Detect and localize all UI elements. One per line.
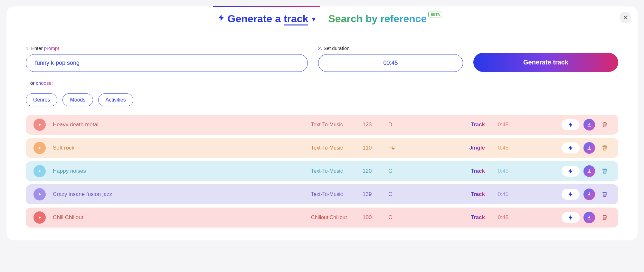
- tab-generate-label: Generate a: [228, 13, 284, 24]
- remix-button[interactable]: [562, 119, 580, 130]
- download-icon: [587, 122, 592, 127]
- track-list: Heavy death metal Text-To-Music 123 D Tr…: [26, 115, 618, 228]
- chip-genres[interactable]: Genres: [26, 93, 57, 106]
- generate-track-button[interactable]: Generate track: [473, 53, 618, 72]
- play-icon: [37, 146, 42, 150]
- delete-button[interactable]: [599, 119, 611, 131]
- track-kind: Track: [414, 214, 498, 221]
- track-title: Chill Chillout: [53, 214, 311, 221]
- track-kind: Track: [414, 168, 498, 174]
- delete-button[interactable]: [599, 212, 611, 223]
- track-duration: 0:45: [498, 145, 536, 151]
- duration-field: 2. Set duration: [318, 45, 463, 72]
- chip-moods[interactable]: Moods: [62, 93, 93, 106]
- trash-icon: [601, 214, 608, 221]
- bolt-icon: [568, 168, 573, 174]
- download-button[interactable]: [583, 142, 595, 154]
- track-key: F#: [388, 145, 414, 151]
- track-duration: 0:45: [498, 168, 536, 174]
- bolt-icon: [217, 13, 225, 25]
- track-row: Crazy insane fusion jazz Text-To-Music 1…: [26, 184, 618, 204]
- track-bpm: 123: [363, 121, 388, 128]
- delete-button[interactable]: [599, 142, 611, 154]
- generate-modal: ✕ Generate a track ▾ Search by reference…: [6, 6, 638, 240]
- track-title: Crazy insane fusion jazz: [53, 191, 311, 198]
- play-icon: [37, 215, 42, 220]
- play-icon: [37, 122, 42, 127]
- play-button[interactable]: [33, 188, 46, 200]
- download-icon: [587, 169, 592, 174]
- track-tags: Text-To-Music: [311, 168, 363, 174]
- track-tags: Text-To-Music: [311, 122, 363, 128]
- duration-input[interactable]: [318, 54, 463, 72]
- bolt-icon: [568, 122, 573, 128]
- duration-label: 2. Set duration: [318, 45, 463, 51]
- track-actions: [536, 119, 611, 131]
- track-row: Soft rock Text-To-Music 110 F# Jingle 0:…: [26, 138, 618, 158]
- track-tags: Text-To-Music: [311, 145, 363, 151]
- bolt-icon: [568, 215, 573, 220]
- track-actions: [536, 212, 611, 223]
- download-icon: [587, 215, 592, 220]
- play-button[interactable]: [33, 119, 46, 131]
- track-row: Happy noises Text-To-Music 120 G Track 0…: [26, 161, 618, 181]
- track-bpm: 120: [363, 168, 388, 174]
- track-key: C: [388, 191, 414, 198]
- track-key: D: [388, 121, 414, 128]
- track-row: Heavy death metal Text-To-Music 123 D Tr…: [26, 115, 618, 135]
- track-kind: Track: [414, 121, 498, 128]
- remix-button[interactable]: [562, 142, 580, 153]
- chip-activities[interactable]: Activities: [98, 93, 133, 106]
- trash-icon: [601, 145, 608, 151]
- track-key: C: [388, 214, 414, 221]
- download-button[interactable]: [583, 165, 595, 177]
- download-button[interactable]: [583, 212, 595, 223]
- tab-search-label: Search by reference: [328, 13, 427, 25]
- chevron-down-icon: ▾: [312, 15, 315, 23]
- download-button[interactable]: [583, 189, 595, 200]
- remix-button[interactable]: [562, 166, 580, 177]
- track-duration: 0:45: [498, 214, 536, 221]
- track-bpm: 139: [363, 191, 388, 198]
- chips: Genres Moods Activities: [26, 93, 618, 106]
- track-tags: Chillout Chillout: [311, 215, 363, 220]
- tab-generate[interactable]: Generate a track ▾: [217, 13, 316, 25]
- trash-icon: [601, 121, 608, 128]
- play-button[interactable]: [33, 165, 46, 177]
- remix-button[interactable]: [562, 189, 580, 200]
- bolt-icon: [568, 191, 573, 197]
- track-tags: Text-To-Music: [311, 191, 363, 197]
- tabs: Generate a track ▾ Search by reference B…: [26, 13, 618, 25]
- close-button[interactable]: ✕: [620, 12, 631, 23]
- track-title: Heavy death metal: [53, 121, 311, 128]
- tab-search[interactable]: Search by reference BETA: [328, 13, 427, 25]
- remix-button[interactable]: [562, 212, 580, 223]
- play-icon: [37, 169, 42, 173]
- track-title: Happy noises: [53, 168, 311, 174]
- beta-badge: BETA: [428, 12, 442, 17]
- track-bpm: 110: [363, 145, 388, 151]
- track-title: Soft rock: [53, 145, 311, 151]
- prompt-field: 1. Enter prompt: [26, 45, 308, 72]
- download-button[interactable]: [583, 119, 595, 131]
- play-button[interactable]: [33, 211, 46, 224]
- trash-icon: [601, 191, 608, 198]
- track-duration: 0:45: [498, 121, 536, 128]
- track-kind: Track: [414, 191, 498, 198]
- tab-generate-underline: track: [284, 13, 308, 25]
- track-bpm: 100: [363, 214, 388, 221]
- delete-button[interactable]: [599, 165, 611, 177]
- prompt-input[interactable]: [26, 54, 308, 72]
- or-choose-label: or choose:: [30, 80, 618, 86]
- prompt-label: 1. Enter prompt: [26, 45, 308, 51]
- play-button[interactable]: [33, 142, 46, 154]
- track-actions: [536, 142, 611, 154]
- delete-button[interactable]: [599, 189, 611, 200]
- play-icon: [37, 192, 42, 197]
- track-duration: 0:45: [498, 191, 536, 198]
- track-kind: Jingle: [414, 145, 498, 151]
- track-key: G: [388, 168, 414, 174]
- trash-icon: [601, 168, 608, 174]
- form-row: 1. Enter prompt 2. Set duration Generate…: [26, 44, 618, 72]
- bolt-icon: [568, 145, 573, 151]
